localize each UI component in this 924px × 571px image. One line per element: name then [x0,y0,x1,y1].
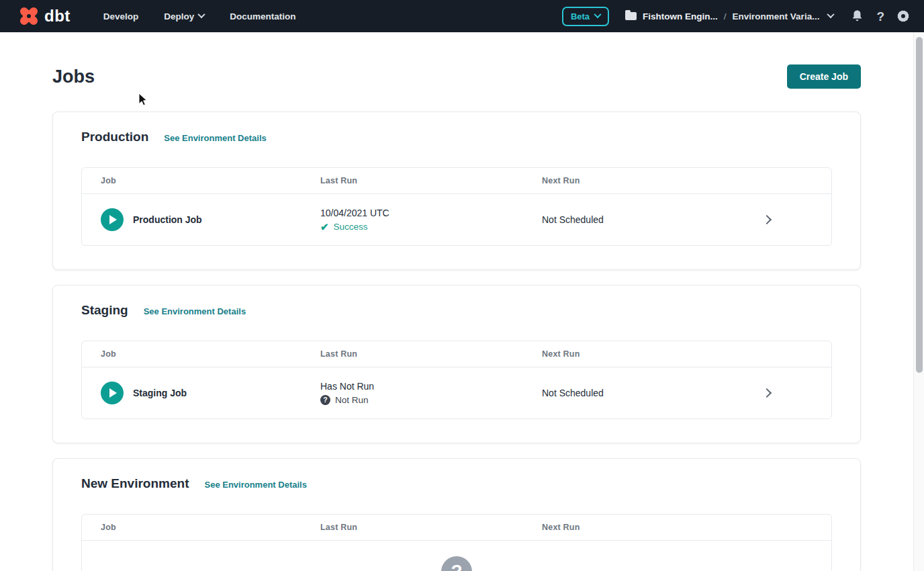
empty-jobs-state: ? [82,541,831,571]
chevron-down-icon[interactable] [827,10,835,17]
empty-state-question-icon: ? [441,556,472,571]
see-environment-details-link[interactable]: See Environment Details [144,306,246,316]
environment-name: Production [81,130,148,144]
environment-header: New Environment See Environment Details [81,476,832,491]
column-header-last-run: Last Run [320,349,542,359]
settings-button[interactable] [897,10,909,22]
main-menu: Develop Deploy Documentation [91,0,309,32]
notifications-button[interactable] [851,9,864,23]
create-job-button[interactable]: Create Job [787,64,861,89]
table-header-row: Job Last Run Next Run [82,168,831,194]
dbt-logo[interactable]: dbt [17,5,71,28]
environment-header: Production See Environment Details [81,130,832,144]
last-run-cell: 10/04/2021 UTC ✔ Success [320,208,542,232]
last-run-date: 10/04/2021 UTC [320,208,542,218]
see-environment-details-link[interactable]: See Environment Details [204,480,306,490]
row-chevron-cell [700,216,832,223]
column-header-job: Job [82,523,320,532]
column-header-last-run: Last Run [320,523,542,532]
play-icon [109,388,117,398]
last-run-date: Has Not Run [320,381,542,392]
column-header-job: Job [82,349,320,359]
jobs-table: Job Last Run Next Run Production Job 10/… [81,167,832,246]
column-header-job: Job [82,176,320,185]
next-run-cell: Not Scheduled [542,388,700,398]
breadcrumb-page[interactable]: Environment Varia... [733,11,820,21]
chevron-down-icon [198,10,205,17]
main-content: Jobs Create Job Production See Environme… [0,64,913,571]
last-run-cell: Has Not Run ? Not Run [320,381,542,405]
environment-name: New Environment [81,476,189,491]
environment-name: Staging [81,303,128,318]
menu-item-develop[interactable]: Develop [91,0,152,32]
menu-item-label: Develop [103,11,139,21]
menu-item-deploy[interactable]: Deploy [151,0,217,32]
folder-icon [625,12,637,20]
page-title: Jobs [52,67,95,87]
bell-icon [851,9,864,23]
jobs-table: Job Last Run Next Run Staging Job Has No… [81,341,832,419]
job-cell: Staging Job [82,382,320,404]
status-badge: Not Run [335,395,369,405]
next-run-cell: Not Scheduled [542,214,700,225]
jobs-table: Job Last Run Next Run ? [81,514,832,571]
menu-item-label: Deploy [164,11,194,21]
job-name: Production Job [133,214,202,225]
navbar-icons: ? [851,9,909,23]
scrollbar[interactable] [913,32,924,571]
beta-label: Beta [571,11,590,21]
success-check-icon: ✔ [320,222,329,232]
page-header: Jobs Create Job [52,64,861,89]
column-header-next-run: Next Run [542,523,700,532]
run-job-button[interactable] [101,208,124,231]
breadcrumb-project[interactable]: Fishtown Engin... [643,11,718,21]
environment-header: Staging See Environment Details [81,303,832,318]
environment-card-new-environment: New Environment See Environment Details … [52,458,861,571]
job-cell: Production Job [82,208,320,231]
column-header-last-run: Last Run [320,176,542,185]
chevron-right-icon [762,388,772,398]
job-row-staging[interactable]: Staging Job Has Not Run ? Not Run Not Sc… [82,367,831,419]
chevron-right-icon [762,215,772,224]
chevron-down-icon [594,10,601,17]
dbt-logo-icon [17,5,40,28]
column-header-next-run: Next Run [542,349,700,359]
status-line: ? Not Run [320,395,542,405]
gear-icon [897,10,909,22]
breadcrumb: Fishtown Engin... / Environment Varia... [625,11,833,21]
column-header-next-run: Next Run [542,176,700,185]
see-environment-details-link[interactable]: See Environment Details [164,133,266,143]
scrollbar-thumb[interactable] [916,37,923,373]
environment-card-production: Production See Environment Details Job L… [52,112,861,270]
beta-dropdown[interactable]: Beta [562,7,609,26]
job-name: Staging Job [133,388,187,398]
help-button[interactable]: ? [876,10,884,23]
breadcrumb-separator: / [724,11,727,21]
dbt-logo-text: dbt [44,7,71,26]
table-header-row: Job Last Run Next Run [82,515,831,541]
play-icon [109,215,117,224]
status-badge: Success [334,222,368,232]
run-job-button[interactable] [101,382,124,404]
table-header-row: Job Last Run Next Run [82,341,831,367]
status-line: ✔ Success [320,222,542,232]
menu-item-label: Documentation [230,11,295,21]
menu-item-documentation[interactable]: Documentation [217,0,308,32]
top-navbar: dbt Develop Deploy Documentation Beta Fi… [0,0,924,32]
job-row-production[interactable]: Production Job 10/04/2021 UTC ✔ Success … [82,194,831,245]
help-icon: ? [876,10,884,23]
row-chevron-cell [700,390,832,396]
not-run-question-icon: ? [320,395,330,405]
environment-card-staging: Staging See Environment Details Job Last… [52,285,861,443]
